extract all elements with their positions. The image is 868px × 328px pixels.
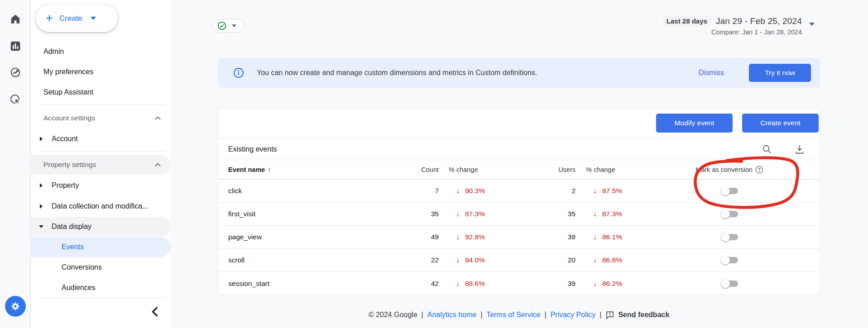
sort-ascending-icon: ↑ [268,166,271,173]
expand-down-icon [39,225,43,228]
sidebar-section-property-settings[interactable]: Property settings [31,155,171,175]
down-arrow-icon: ↓ [456,187,460,195]
explore-icon[interactable] [10,67,21,78]
count-change-cell: 88.6% [465,280,485,288]
down-arrow-icon: ↓ [593,280,597,288]
users-change-cell: 87.5% [602,187,622,195]
users-cell: 20 [498,256,575,264]
feedback-bubble-icon [605,310,614,319]
column-count-change[interactable]: % change [439,166,498,173]
sidebar-item-my-preferences[interactable]: My preferences [31,62,171,82]
toggle-knob [721,186,730,195]
info-banner: You can now create and manage custom dim… [218,58,820,88]
app-rail [0,0,31,328]
conversion-toggle[interactable] [721,233,738,242]
expand-right-icon [40,183,43,188]
down-arrow-icon: ↓ [456,280,460,288]
advertising-icon[interactable] [10,94,21,105]
admin-gear-button[interactable] [5,296,26,317]
terms-of-service-link[interactable]: Terms of Service [486,311,540,319]
modify-event-button[interactable]: Modify event [656,114,733,133]
chevron-down-icon [91,17,96,20]
privacy-policy-link[interactable]: Privacy Policy [551,311,596,319]
down-arrow-icon: ↓ [593,187,597,195]
separator: | [599,311,601,319]
gear-icon [10,301,21,312]
sidebar-item-data-display[interactable]: Data display [31,217,171,237]
separator: | [480,311,482,319]
sidebar-item-property[interactable]: Property [31,176,171,195]
admin-sidebar: + Create Admin My preferences Setup Assi… [31,0,171,328]
chevron-down-icon [232,24,236,27]
conversion-toggle[interactable] [721,279,738,288]
dismiss-button[interactable]: Dismiss [699,69,724,77]
count-cell: 7 [409,187,439,195]
download-icon[interactable] [794,144,805,155]
divider [39,151,165,152]
chevron-down-icon [809,23,815,26]
help-icon[interactable]: ? [755,166,763,174]
data-quality-dropdown[interactable] [213,19,244,33]
column-event-name[interactable]: Event name↑ [228,166,409,173]
count-change-cell: 87.3% [465,210,485,218]
table-row: session_start 42 ↓88.6% 39 ↓86.2% [218,272,820,295]
conversion-toggle[interactable] [721,186,738,195]
users-change-cell: 86.2% [602,280,622,288]
conversion-toggle[interactable] [721,256,738,265]
column-users-change[interactable]: % change [575,166,649,173]
table-row: scroll 22 ↓94.0% 20 ↓86.8% [218,249,820,272]
table-row: first_visit 35 ↓87.3% 35 ↓87.3% [218,203,820,226]
table-header-row: Event name↑ Count % change Users % chang… [218,160,820,180]
down-arrow-icon: ↓ [593,256,597,264]
copyright-text: © 2024 Google [369,311,417,319]
count-cell: 22 [409,256,439,264]
sidebar-item-audiences[interactable]: Audiences [31,278,171,298]
reports-icon[interactable] [10,40,21,52]
down-arrow-icon: ↓ [456,210,460,218]
create-button-label: Create [59,14,82,23]
sidebar-item-account[interactable]: Account [31,129,171,149]
info-icon [233,67,245,79]
event-name-cell: session_start [228,280,409,288]
sidebar-section-account-settings[interactable]: Account settings [31,108,171,128]
sidebar-item-data-collection[interactable]: Data collection and modifica... [31,196,171,216]
column-count[interactable]: Count [409,166,439,173]
count-cell: 42 [409,280,439,288]
sidebar-item-events[interactable]: Events [31,237,171,257]
conversion-toggle[interactable] [721,209,738,219]
compare-range-text: Compare: Jan 1 - Jan 28, 2024 [663,29,802,36]
create-event-button[interactable]: Create event [742,114,819,133]
count-cell: 49 [409,233,439,241]
expand-right-icon [40,204,43,209]
create-button[interactable]: + Create [36,5,118,32]
date-range-text: Jan 29 - Feb 25, 2024 [716,16,802,26]
analytics-home-link[interactable]: Analytics home [427,311,477,319]
event-name-cell: scroll [228,256,409,264]
banner-message: You can now create and manage custom dim… [257,69,537,77]
users-change-cell: 86.1% [602,233,622,241]
chevron-up-icon [155,163,161,166]
table-title-row: Existing events [218,138,820,160]
event-name-cell: click [228,187,409,195]
send-feedback-button[interactable]: Send feedback [605,310,669,319]
collapse-sidebar-icon[interactable] [150,306,162,318]
column-mark-as-conversion: Mark as conversion ? [649,166,810,174]
svg-text:?: ? [758,167,761,172]
sidebar-item-conversions[interactable]: Conversions [31,257,171,277]
toggle-knob [721,233,730,242]
sidebar-item-admin[interactable]: Admin [31,42,171,62]
users-cell: 2 [498,187,575,195]
down-arrow-icon: ↓ [456,233,460,241]
page-footer: © 2024 Google | Analytics home | Terms o… [218,310,820,319]
toggle-knob [721,209,730,219]
home-icon[interactable] [10,13,21,25]
date-range-picker[interactable]: Last 28 days Jan 29 - Feb 25, 2024 Compa… [663,16,815,36]
try-it-now-button[interactable]: Try it now [749,64,811,82]
event-name-cell: page_view [228,233,409,241]
search-icon[interactable] [762,144,772,155]
sidebar-item-setup-assistant[interactable]: Setup Assistant [31,82,171,102]
count-change-cell: 94.0% [465,256,485,264]
events-card: Modify event Create event Existing event… [218,109,820,295]
chevron-up-icon [155,116,161,120]
column-users[interactable]: Users [498,166,575,173]
